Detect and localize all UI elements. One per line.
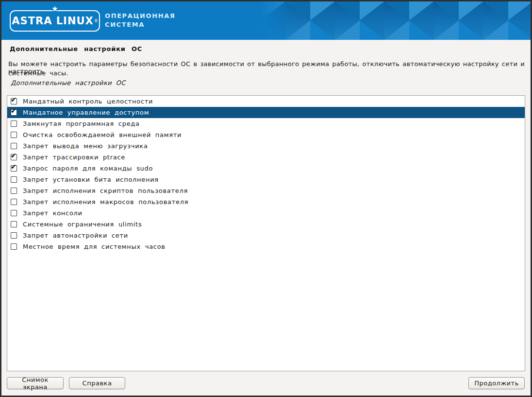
option-row[interactable]: ✔ Запрет трассировки ptrace: [7, 152, 525, 163]
checkbox[interactable]: ✔: [11, 154, 17, 160]
screenshot-button[interactable]: Снимок экрана: [7, 377, 64, 389]
option-label: Системные ограничения ulimits: [23, 221, 142, 228]
page-title: Дополнительные настройки ОС: [10, 45, 142, 52]
checkbox[interactable]: ✔: [11, 98, 17, 104]
installer-window: ★ ASTRA LINUX® ОПЕРАЦИОННАЯ СИСТЕМА Допо…: [0, 0, 532, 397]
option-row[interactable]: ✔ Местное время для системных часов: [7, 241, 525, 252]
star-icon: ★: [51, 5, 58, 13]
option-row[interactable]: ✔ Запрет вывода меню загрузчика: [7, 140, 525, 152]
checkbox[interactable]: ✔: [11, 143, 17, 149]
option-row[interactable]: ✔ Запрет автонастройки сети: [7, 230, 525, 241]
header-banner: ★ ASTRA LINUX® ОПЕРАЦИОННАЯ СИСТЕМА: [1, 1, 531, 40]
option-row[interactable]: ✔ Замкнутая программная среда: [7, 118, 525, 129]
astra-linux-logo: ★ ASTRA LINUX®: [10, 10, 100, 32]
checkbox[interactable]: ✔: [11, 132, 17, 138]
checkbox[interactable]: ✔: [11, 210, 17, 216]
checkbox[interactable]: ✔: [11, 121, 17, 127]
option-label: Запрет автонастройки сети: [23, 232, 128, 239]
option-row[interactable]: ✔ Очистка освобождаемой внешней памяти: [7, 129, 525, 140]
option-label: Мандатный контроль целостности: [23, 98, 153, 105]
page-description-line2: системные часы.: [8, 69, 68, 77]
options-listbox: ✔ Мандатный контроль целостности ✔ Манда…: [7, 95, 525, 371]
option-label: Запрет исполнения макросов пользователя: [23, 198, 188, 206]
checkbox[interactable]: ✔: [11, 221, 17, 227]
registered-mark: ®: [94, 19, 98, 23]
option-row[interactable]: ✔ Запрет консоли: [7, 207, 525, 219]
checkbox[interactable]: ✔: [11, 232, 17, 239]
checkmark-icon: ✔: [11, 152, 17, 159]
option-label: Запрет консоли: [23, 209, 83, 217]
option-label: Запрет трассировки ptrace: [23, 154, 125, 161]
option-label: Запрос пароля для команды sudo: [23, 165, 153, 172]
option-label: Очистка освобождаемой внешней памяти: [23, 131, 182, 138]
checkbox[interactable]: ✔: [11, 188, 17, 194]
product-name-line2: СИСТЕМА: [105, 20, 175, 29]
checkmark-icon: ✔: [11, 163, 17, 170]
option-label: Мандатное управление доступом: [23, 109, 149, 116]
option-label: Запрет установки бита исполнения: [23, 176, 159, 183]
header-facet-pattern: [261, 1, 531, 40]
option-row[interactable]: ✔ Запрет исполнения скриптов пользовател…: [7, 185, 525, 196]
option-row[interactable]: ✔ Запрос пароля для команды sudo: [7, 163, 525, 174]
checkmark-icon: ✔: [11, 96, 17, 103]
option-label: Замкнутая программная среда: [23, 120, 140, 127]
continue-button[interactable]: Продолжить: [468, 377, 525, 389]
section-label: Дополнительные настройки ОС: [11, 79, 126, 86]
option-row[interactable]: ✔ Запрет установки бита исполнения: [7, 174, 525, 185]
option-row[interactable]: ✔ Мандатный контроль целостности: [7, 96, 525, 107]
page-description-line1: Вы можете настроить параметры безопаснос…: [8, 60, 525, 75]
checkbox[interactable]: ✔: [11, 109, 17, 116]
checkbox[interactable]: ✔: [11, 199, 17, 205]
checkbox[interactable]: ✔: [11, 243, 17, 250]
option-row[interactable]: ✔ Системные ограничения ulimits: [7, 219, 525, 230]
help-button[interactable]: Справка: [69, 377, 125, 389]
product-name: ОПЕРАЦИОННАЯ СИСТЕМА: [105, 12, 175, 29]
product-name-line1: ОПЕРАЦИОННАЯ: [105, 12, 175, 20]
option-row[interactable]: ✔ Мандатное управление доступом: [7, 107, 525, 118]
logo-text: ASTRA LINUX: [12, 15, 93, 27]
option-row[interactable]: ✔ Запрет исполнения макросов пользовател…: [7, 196, 525, 207]
option-label: Запрет исполнения скриптов пользователя: [23, 187, 188, 194]
checkbox[interactable]: ✔: [11, 176, 17, 183]
option-label: Запрет вывода меню загрузчика: [23, 142, 148, 150]
checkbox[interactable]: ✔: [11, 165, 17, 172]
checkmark-icon: ✔: [11, 107, 17, 114]
option-label: Местное время для системных часов: [23, 243, 166, 250]
